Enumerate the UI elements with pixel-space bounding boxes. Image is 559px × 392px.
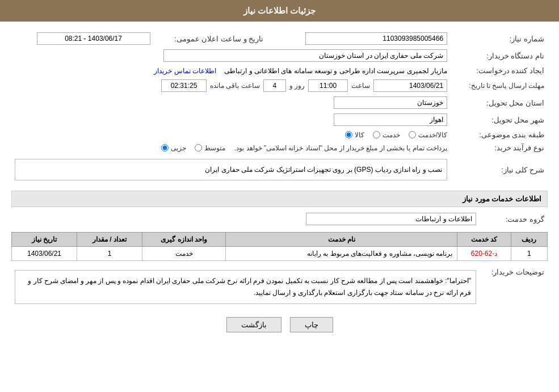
announce-input[interactable] [37,32,150,45]
buyer-notes-table: توضیحات خریدار: "احتراما": خواهشمند است … [11,265,548,309]
radio-kala-item: کالا [345,131,364,139]
row-category: طبقه بندی موضوعی: کالا/خدمت خدمت کالا [11,128,548,141]
buyer-notes-box: "احتراما": خواهشمند است پس از مطالعه شرح… [15,270,476,304]
services-table-body: 1 د-62-620 برنامه نویسی، مشاوره و فعالیت… [12,247,548,261]
radio-kala-label: کالا [355,131,364,139]
cell-code-1: د-62-620 [457,247,511,261]
province-label: استان محل تحویل: [451,94,548,111]
deadline-time-input[interactable] [308,79,348,92]
buyer-notes-value: "احتراما": خواهشمند است پس از مطالعه شرح… [11,265,480,309]
radio-kala-khadamat-item: کالا/خدمت [409,131,447,139]
radio-kala-khadamat[interactable] [409,131,416,138]
deadline-day-label: روز و [289,82,305,90]
row-buyer-org: نام دستگاه خریدار: [11,47,548,64]
category-radio-group: کالا/خدمت خدمت کالا [15,131,447,139]
row-province: استان محل تحویل: [11,94,548,111]
radio-kala-khadamat-label: کالا/خدمت [418,131,447,139]
deadline-date-input[interactable] [373,79,447,92]
radio-jazei-label: جزیی [171,144,186,152]
description-value: نصب و راه اندازی ردیاب (GPS) بر روی تجهی… [11,154,451,185]
deadline-remaining-label: ساعت باقی مانده [210,82,260,90]
process-note-text: پرداخت تمام یا بخشی از مبلغ خریدار از مح… [234,144,447,152]
services-table: ردیف کد خدمت نام خدمت واحد اندازه گیری ت… [11,232,548,261]
back-button[interactable]: بازگشت [226,317,281,332]
province-value [11,94,451,111]
process-group: پرداخت تمام یا بخشی از مبلغ خریدار از مح… [15,144,447,152]
radio-khadamat[interactable] [373,131,380,138]
creator-text: مازیار لجمیری سرپرست اداره طراحی و توسعه… [224,67,447,75]
city-input[interactable] [334,113,447,126]
main-content: شماره نیاز: تاریخ و ساعت اعلان عمومی: نا… [0,22,559,347]
cell-quantity-1: 1 [77,247,142,261]
row-creator: ایجاد کننده درخواست: مازیار لجمیری سرپرس… [11,64,548,77]
description-text: نصب و راه اندازی ردیاب (GPS) بر روی تجهی… [205,166,442,174]
buyer-org-input[interactable] [163,49,447,62]
service-group-value [11,210,480,227]
city-value [11,111,451,128]
contact-link[interactable]: اطلاعات تماس خریدار [154,67,216,75]
buyer-org-label: نام دستگاه خریدار: [451,47,548,64]
city-label: شهر محل تحویل: [451,111,548,128]
row-buyer-notes: توضیحات خریدار: "احتراما": خواهشمند است … [11,265,548,309]
radio-mottaset-item: متوسط [195,144,225,152]
page-wrapper: جزئیات اطلاعات نیاز شماره نیاز: تاریخ و … [0,0,559,392]
buyer-notes-label: توضیحات خریدار: [480,265,548,309]
cell-name-1: برنامه نویسی، مشاوره و فعالیت‌های مربوط … [226,247,457,261]
print-button[interactable]: چاپ [290,317,333,332]
services-table-header-row: ردیف کد خدمت نام خدمت واحد اندازه گیری ت… [12,233,548,247]
radio-jazei[interactable] [161,144,169,151]
cell-row-1: 1 [511,247,547,261]
radio-jazei-item: جزیی [161,144,186,152]
deadline-row: ساعت روز و ساعت باقی مانده [11,77,451,94]
deadline-label: مهلت ارسال پاسخ تا تاریخ: [451,77,548,94]
cell-unit-1: خدمت [142,247,225,261]
process-row: پرداخت تمام یا بخشی از مبلغ خریدار از مح… [11,141,451,154]
table-row: 1 د-62-620 برنامه نویسی، مشاوره و فعالیت… [12,247,548,261]
row-process: نوع فرآیند خرید: پرداخت تمام یا بخشی از … [11,141,548,154]
page-header: جزئیات اطلاعات نیاز [0,0,559,22]
row-description: شرح کلی نیاز: نصب و راه اندازی ردیاب (GP… [11,154,548,185]
col-row: ردیف [511,233,547,247]
deadline-days-input[interactable] [263,79,286,92]
radio-mottaset-label: متوسط [204,144,225,152]
province-input[interactable] [334,96,447,109]
category-label: طبقه بندی موضوعی: [451,128,548,141]
category-radios: کالا/خدمت خدمت کالا [11,128,451,141]
description-label: شرح کلی نیاز: [451,154,548,185]
radio-khadamat-item: خدمت [373,131,400,139]
order-number-input[interactable] [305,32,447,45]
buyer-notes-text: "احتراما": خواهشمند است پس از مطالعه شرح… [28,277,471,296]
services-section-header: اطلاعات خدمات مورد نیاز [11,191,548,207]
deadline-time-label: ساعت [351,82,370,90]
info-table: شماره نیاز: تاریخ و ساعت اعلان عمومی: نا… [11,30,548,185]
services-header-text: اطلاعات خدمات مورد نیاز [463,195,541,203]
process-radio-group: متوسط جزیی [161,144,225,152]
creator-value: مازیار لجمیری سرپرست اداره طراحی و توسعه… [11,64,451,77]
radio-mottaset[interactable] [195,144,202,151]
service-group-table: گروه خدمت: [11,210,548,227]
buyer-org-value [11,47,451,64]
deadline-remaining-input[interactable] [161,79,207,92]
cell-date-1: 1403/06/21 [12,247,77,261]
radio-kala[interactable] [345,131,352,138]
services-table-head: ردیف کد خدمت نام خدمت واحد اندازه گیری ت… [12,233,548,247]
announce-label: تاریخ و ساعت اعلان عمومی: [154,30,267,47]
row-order-number: شماره نیاز: تاریخ و ساعت اعلان عمومی: [11,30,548,47]
service-group-input[interactable] [306,213,476,225]
order-number-value [275,30,451,47]
row-deadline: مهلت ارسال پاسخ تا تاریخ: ساعت روز و ساع… [11,77,548,94]
radio-khadamat-label: خدمت [383,131,400,139]
row-city: شهر محل تحویل: [11,111,548,128]
announce-value [11,30,154,47]
deadline-group: ساعت روز و ساعت باقی مانده [15,79,447,92]
page-title: جزئیات اطلاعات نیاز [243,6,316,15]
process-label: نوع فرآیند خرید: [451,141,548,154]
col-code: کد خدمت [457,233,511,247]
col-unit: واحد اندازه گیری [142,233,225,247]
row-service-group: گروه خدمت: [11,210,548,227]
order-number-label: شماره نیاز: [451,30,548,47]
description-box: نصب و راه اندازی ردیاب (GPS) بر روی تجهی… [15,159,447,180]
buttons-row: بازگشت چاپ [11,317,548,332]
col-name: نام خدمت [226,233,457,247]
service-group-label: گروه خدمت: [480,210,548,227]
